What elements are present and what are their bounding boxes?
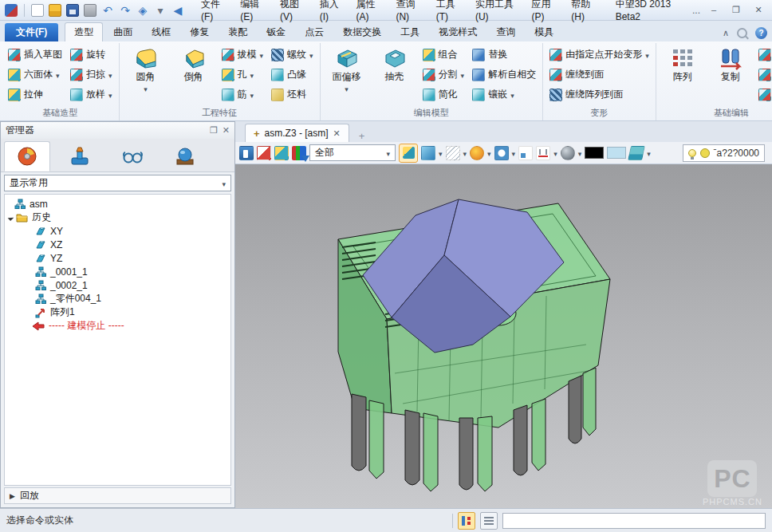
sweep-button[interactable]: 扫掠	[67, 65, 116, 85]
tab-tools[interactable]: 工具	[392, 23, 428, 41]
combine-button[interactable]: 组合	[419, 45, 468, 65]
dropdown-arrow-icon[interactable]	[108, 89, 112, 100]
wrap-pattern-to-face-button[interactable]: 缠绕阵列到面	[546, 85, 652, 104]
menu-edit[interactable]: 编辑(E)	[234, 0, 273, 24]
dropdown-arrow-icon[interactable]	[463, 148, 467, 159]
thread-button[interactable]: 螺纹	[268, 45, 317, 65]
menu-insert[interactable]: 插入(I)	[314, 0, 349, 24]
dropdown-arrow-icon[interactable]	[250, 89, 254, 100]
box-button[interactable]: 六面体	[5, 65, 65, 85]
dropdown-arrow-icon[interactable]	[439, 148, 443, 159]
shell-button[interactable]: 抽壳	[372, 45, 418, 85]
highlight-color-swatch[interactable]	[607, 147, 626, 159]
tab-mold[interactable]: 模具	[526, 23, 562, 41]
auto-regen-button[interactable]	[399, 144, 418, 163]
menu-attributes[interactable]: 属性(A)	[351, 0, 389, 24]
tab-inquire[interactable]: 查询	[487, 23, 524, 41]
insert-sketch-button[interactable]: 插入草图	[5, 45, 65, 65]
mirror-button[interactable]: 镜像	[755, 65, 772, 85]
tree-item-history[interactable]: 历史	[5, 211, 230, 224]
menu-tools[interactable]: 工具(T)	[431, 0, 468, 24]
dropdown-arrow-icon[interactable]	[512, 148, 516, 159]
dropdown-arrow-icon[interactable]	[144, 83, 148, 94]
tab-history-manager[interactable]	[4, 141, 50, 171]
draft-button[interactable]: 拔模	[219, 45, 267, 65]
tree-item-component-004[interactable]: _零件004_1	[5, 292, 230, 305]
inlay-button[interactable]: 镶嵌	[469, 85, 539, 104]
filter-icon[interactable]	[292, 146, 306, 160]
loft-button[interactable]: 放样	[67, 85, 116, 104]
filter-select[interactable]: 全部	[309, 144, 396, 161]
menu-overflow[interactable]: ...	[692, 5, 700, 16]
tab-close-icon[interactable]: ✕	[333, 128, 341, 139]
tree-item-yz-plane[interactable]: YZ	[5, 251, 230, 265]
tab-visibility-manager[interactable]	[109, 141, 156, 171]
view-orientation-icon[interactable]	[470, 146, 484, 160]
tab-view-manager[interactable]	[162, 141, 208, 171]
menu-file[interactable]: 文件(F)	[195, 0, 233, 24]
print-icon[interactable]	[84, 4, 96, 17]
tab-assembly[interactable]: 装配	[219, 23, 256, 41]
divide-button[interactable]: 分割	[419, 65, 468, 85]
dropdown-arrow-icon[interactable]	[260, 49, 264, 61]
command-input[interactable]	[502, 513, 766, 529]
minimize-button[interactable]: –	[705, 4, 723, 17]
new-document-tab-button[interactable]: +	[353, 130, 372, 142]
tab-pointcloud[interactable]: 点云	[296, 23, 333, 41]
menu-view[interactable]: 视图(V)	[274, 0, 313, 24]
tab-assembly-manager[interactable]	[57, 141, 103, 171]
panel-close-button[interactable]: ✕	[223, 125, 230, 136]
deform-from-point-button[interactable]: 由指定点开始变形	[546, 45, 652, 65]
tab-sheetmetal[interactable]: 钣金	[258, 23, 294, 41]
tab-surface[interactable]: 曲面	[104, 23, 141, 41]
customize-toolbar-icon[interactable]: ▾	[154, 4, 167, 17]
menu-inquire[interactable]: 查询(N)	[390, 0, 428, 24]
erase-icon[interactable]	[257, 146, 271, 160]
stock-button[interactable]: 坯料	[268, 85, 317, 104]
menu-applications[interactable]: 应用(P)	[526, 0, 565, 24]
3d-viewport[interactable]: PC PHPCMS.CN	[235, 164, 772, 508]
extrude-button[interactable]: 拉伸	[5, 85, 65, 104]
dropdown-arrow-icon[interactable]	[309, 49, 313, 61]
replace-button[interactable]: 替换	[469, 45, 539, 65]
chamfer-button[interactable]: 倒角	[171, 45, 217, 85]
restore-button[interactable]: ❐	[727, 4, 745, 17]
simplify-button[interactable]: 简化	[419, 85, 468, 104]
collapse-toolbar-icon[interactable]: ◀	[171, 4, 184, 17]
dropdown-arrow-icon[interactable]	[108, 69, 112, 81]
tab-repair[interactable]: 修复	[181, 23, 218, 41]
resolve-selfintersection-button[interactable]: 解析自相交	[469, 65, 539, 85]
replay-bar[interactable]: 回放	[4, 487, 231, 504]
filter-list-toggle-icon[interactable]	[458, 512, 475, 530]
save-icon[interactable]	[66, 4, 79, 17]
dropdown-arrow-icon[interactable]	[345, 83, 349, 94]
dimension-display-icon[interactable]	[536, 146, 550, 160]
document-tab-asm[interactable]: + asm.Z3 - [asm] ✕	[245, 124, 349, 142]
search-icon[interactable]	[737, 28, 747, 38]
help-icon[interactable]: ?	[755, 27, 767, 39]
rib-button[interactable]: 筋	[219, 85, 267, 104]
pattern-button[interactable]: 阵列	[660, 45, 706, 85]
dropdown-arrow-icon[interactable]	[645, 49, 649, 61]
menu-utilities[interactable]: 实用工具(U)	[470, 0, 525, 24]
zoom-extents-icon[interactable]	[494, 146, 509, 160]
background-color-swatch[interactable]	[585, 147, 604, 159]
tree-item-component-0001[interactable]: _0001_1	[5, 265, 230, 278]
collapse-ribbon-icon[interactable]: ∧	[723, 28, 729, 38]
show-entity-icon[interactable]	[274, 146, 289, 160]
light-settings-group[interactable]: ˉa?2?0000	[683, 144, 765, 162]
open-file-icon[interactable]	[49, 4, 61, 17]
tab-visualstyle[interactable]: 视觉样式	[430, 23, 486, 41]
dropdown-arrow-icon[interactable]	[250, 69, 254, 81]
view-cube-icon[interactable]: ◈	[136, 4, 149, 17]
new-file-icon[interactable]	[31, 4, 44, 17]
manager-filter-dropdown[interactable]: 显示常用	[4, 175, 231, 191]
tab-wireframe[interactable]: 线框	[143, 23, 179, 41]
tree-item-xy-plane[interactable]: XY	[5, 224, 230, 238]
dropdown-arrow-icon[interactable]	[553, 148, 557, 159]
tree-item-model-stop[interactable]: ----- 建模停止 -----	[5, 319, 230, 333]
dropdown-arrow-icon[interactable]	[56, 69, 60, 81]
exit-icon[interactable]	[239, 146, 254, 160]
copy-button[interactable]: 复制	[707, 45, 754, 85]
wrap-to-face-button[interactable]: 缠绕到面	[546, 65, 652, 85]
